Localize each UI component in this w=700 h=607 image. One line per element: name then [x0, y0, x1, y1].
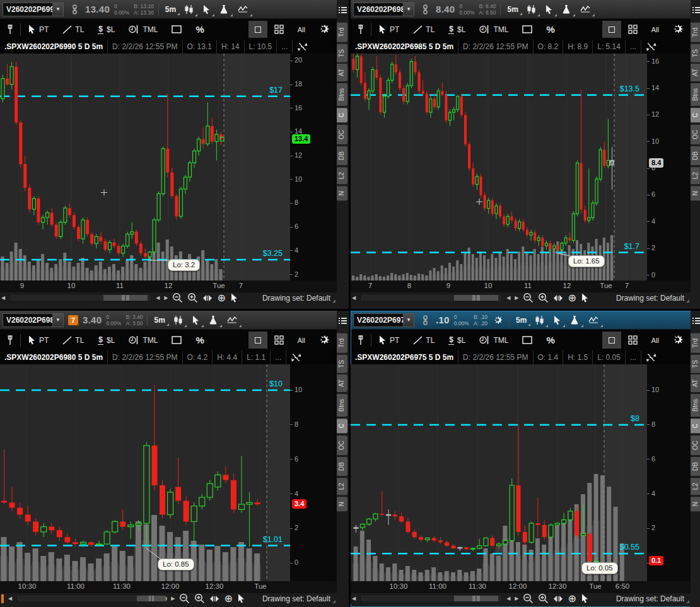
time-level-tool-button[interactable]: TML	[122, 19, 165, 40]
symbol-text[interactable]: V260202P6985	[354, 3, 403, 16]
price-chart-plot[interactable]: $8$0.55Lo: 0.05	[351, 364, 647, 581]
point-tool-button[interactable]: PT	[21, 19, 55, 40]
step-left-icon[interactable]: ◀	[156, 295, 160, 301]
price-level-tool-button[interactable]: $ $L	[91, 19, 122, 40]
zoom-out-icon[interactable]	[523, 292, 534, 303]
drawing-set-selector[interactable]: Drawing set: Default	[616, 594, 689, 603]
all-button[interactable]: All	[645, 19, 666, 40]
crosshair-target-icon[interactable]: ⊕	[568, 294, 576, 303]
side-tab-at[interactable]: AT	[337, 64, 347, 81]
symbol-input[interactable]: V260202P6980 ▼	[3, 313, 64, 327]
side-tab-oc[interactable]: OC	[337, 436, 347, 455]
strategies-icon[interactable]	[588, 313, 603, 327]
chart-scrollbar[interactable]: ▲	[360, 594, 502, 603]
candlestick-chart-svg[interactable]: $10$1.01	[0, 364, 290, 581]
timeframe-button[interactable]: 5m	[514, 315, 530, 326]
settings-gear-button[interactable]	[666, 330, 691, 350]
style-square-button[interactable]	[248, 21, 267, 38]
zoom-out-icon[interactable]	[172, 292, 183, 303]
symbol-dropdown-button[interactable]: ▼	[52, 3, 63, 16]
chart-type-icon[interactable]	[527, 3, 540, 16]
price-axis[interactable]: 10864203.4	[290, 364, 337, 581]
timeframe-button[interactable]: 5m	[163, 4, 180, 15]
timeframe-button[interactable]: 5m	[505, 4, 522, 15]
side-tab-l2[interactable]: L2	[691, 167, 700, 184]
price-axis[interactable]: 201816141210864213.4	[290, 54, 337, 280]
side-tab-oc[interactable]: OC	[691, 436, 700, 455]
scroll-left-icon[interactable]: ◀	[8, 596, 12, 601]
side-tab-n[interactable]: N	[337, 186, 347, 200]
scroll-left-icon[interactable]: ◀	[1, 295, 5, 301]
scrollbar-thumb[interactable]	[454, 596, 498, 601]
grid-layout-button[interactable]	[267, 330, 291, 350]
side-tab-ts[interactable]: TS	[691, 355, 700, 373]
time-axis[interactable]: 9101112Tue7	[0, 280, 337, 292]
side-tab-at[interactable]: AT	[691, 64, 700, 81]
crosshair-target-icon[interactable]: ⊕	[568, 594, 576, 603]
scrollbar-thumb[interactable]	[103, 295, 148, 301]
pan-expand-icon[interactable]	[553, 294, 563, 302]
chart-panel[interactable]: V260202P6980 ▼ 7 3.40 0 0.00% B: 3.40 A:…	[0, 311, 349, 607]
link-icon[interactable]	[419, 313, 431, 327]
pointer-icon[interactable]	[230, 293, 238, 303]
side-tab-c[interactable]: C	[691, 108, 700, 122]
side-tab-btns[interactable]: Btns	[691, 83, 700, 106]
percent-tool-button[interactable]: %	[189, 330, 211, 350]
trendline-tool-button[interactable]: TL	[55, 330, 91, 350]
quick-menu-icon[interactable]	[692, 316, 700, 327]
side-tab-trd[interactable]: Trd	[691, 23, 700, 42]
side-tab-n[interactable]: N	[691, 186, 700, 200]
price-level-tool-button[interactable]: $ $L	[91, 330, 122, 350]
side-tab-n[interactable]: N	[691, 497, 700, 511]
chart-panel[interactable]: V260202P6985 ▼ 8.40 0 0.00% B: 8.40 A: 8…	[351, 0, 700, 309]
trendline-tool-button[interactable]: TL	[406, 330, 441, 350]
zoom-in-icon[interactable]	[538, 292, 549, 303]
percent-tool-button[interactable]: %	[539, 330, 561, 350]
price-axis[interactable]: 16141210864208.4	[647, 54, 691, 280]
zoom-out-icon[interactable]	[179, 593, 190, 604]
pan-expand-icon[interactable]	[202, 294, 213, 302]
grid-layout-button[interactable]	[621, 19, 645, 40]
side-tab-trd[interactable]: Trd	[337, 23, 347, 42]
pin-button[interactable]	[351, 19, 371, 40]
rectangle-tool-button[interactable]	[515, 19, 539, 40]
side-tab-l2[interactable]: L2	[337, 167, 347, 184]
price-level-tool-button[interactable]: $ $L	[441, 19, 472, 40]
strategies-icon[interactable]	[580, 3, 595, 16]
time-level-tool-button[interactable]: TML	[472, 330, 515, 350]
cursor-tool-icon[interactable]	[191, 313, 204, 327]
cursor-tool-icon[interactable]	[552, 313, 565, 327]
pin-button[interactable]	[0, 19, 20, 40]
pointer-icon[interactable]	[581, 293, 589, 303]
chart-type-icon[interactable]	[535, 313, 548, 327]
rectangle-tool-button[interactable]	[165, 19, 189, 40]
pointer-icon[interactable]	[581, 594, 589, 603]
pan-expand-icon[interactable]	[209, 595, 219, 603]
all-button[interactable]: All	[291, 330, 312, 350]
symbol-dropdown-button[interactable]: ▼	[403, 3, 414, 16]
symbol-text[interactable]: V260202P6980	[3, 314, 52, 327]
step-right-icon[interactable]: ▶	[164, 295, 168, 301]
drawing-set-selector[interactable]: Drawing set: Default	[262, 294, 335, 303]
pan-expand-icon[interactable]	[553, 595, 563, 603]
rectangle-tool-button[interactable]	[165, 330, 189, 350]
cursor-tool-icon[interactable]	[202, 3, 214, 16]
step-left-icon[interactable]: ◀	[506, 596, 510, 601]
side-tab-trd[interactable]: Trd	[337, 333, 347, 353]
step-right-icon[interactable]: ▶	[171, 596, 175, 601]
symbol-input[interactable]: V260202P6975 ▼	[353, 313, 414, 327]
candlestick-chart-svg[interactable]: $8$0.55	[351, 364, 647, 581]
price-axis[interactable]: 10864200.1	[647, 364, 691, 581]
side-tab-oc[interactable]: OC	[337, 125, 347, 144]
pin-button[interactable]	[351, 330, 371, 350]
chart-type-icon[interactable]	[173, 313, 187, 327]
time-axis[interactable]: 789101112Tue7	[351, 280, 691, 292]
autofit-icon[interactable]	[641, 40, 662, 54]
scrollbar-thumb[interactable]	[454, 295, 498, 301]
zoom-in-icon[interactable]	[538, 593, 549, 604]
side-tab-btns[interactable]: Btns	[337, 83, 347, 106]
settings-gear-button[interactable]	[666, 19, 691, 40]
side-tab-ts[interactable]: TS	[337, 44, 347, 62]
side-tab-at[interactable]: AT	[337, 374, 347, 392]
autofit-icon[interactable]	[641, 350, 662, 364]
